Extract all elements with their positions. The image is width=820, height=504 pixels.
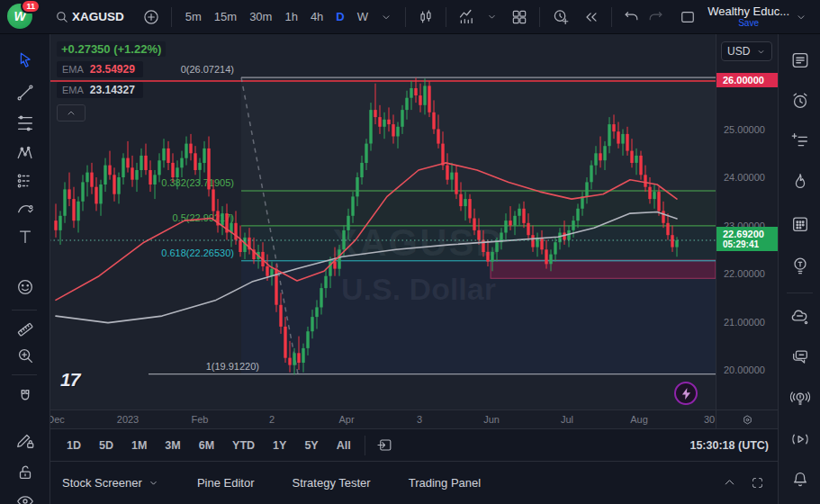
flash-badge[interactable] bbox=[674, 382, 698, 405]
range-3m[interactable]: 3M bbox=[158, 436, 186, 455]
range-5y[interactable]: 5Y bbox=[298, 436, 324, 455]
alert-price-label[interactable]: 26.00000 bbox=[716, 73, 779, 87]
range-5d[interactable]: 5D bbox=[93, 436, 120, 455]
range-ytd[interactable]: YTD bbox=[226, 436, 261, 455]
range-1d[interactable]: 1D bbox=[60, 436, 87, 455]
time-tick: Aug bbox=[630, 414, 648, 425]
maximize-panel-button[interactable] bbox=[750, 475, 765, 490]
cursor-tool[interactable] bbox=[15, 50, 35, 70]
sidebar-item-hotlists[interactable] bbox=[790, 172, 810, 192]
forecast-tool[interactable] bbox=[15, 171, 35, 191]
legend-collapse-button[interactable] bbox=[57, 104, 86, 122]
range-1m[interactable]: 1M bbox=[125, 436, 153, 455]
go-to-date-button[interactable] bbox=[373, 432, 397, 459]
currency-dropdown[interactable]: USD bbox=[721, 41, 772, 61]
measure-tool[interactable] bbox=[15, 320, 35, 339]
chevron-down-icon bbox=[380, 11, 392, 23]
redo-button[interactable] bbox=[644, 4, 668, 31]
axis-settings-corner[interactable] bbox=[716, 410, 779, 429]
zoom-in-tool[interactable] bbox=[15, 346, 35, 365]
layout-square-button[interactable] bbox=[675, 4, 700, 31]
pattern-tool[interactable] bbox=[15, 143, 35, 163]
bar-replay-button[interactable] bbox=[579, 4, 604, 31]
sidebar-item-notifications[interactable] bbox=[790, 470, 810, 490]
search-icon bbox=[54, 9, 70, 25]
drawing-mode-tool[interactable] bbox=[15, 430, 35, 450]
sidebar-item-chats[interactable] bbox=[790, 347, 810, 367]
brush-tool[interactable] bbox=[15, 199, 35, 219]
emoji-tool[interactable] bbox=[15, 277, 35, 297]
app-logo[interactable]: W 11 bbox=[7, 4, 34, 31]
timeframe-1h[interactable]: 1h bbox=[278, 4, 303, 31]
trend-line-tool[interactable] bbox=[15, 83, 35, 103]
timeframe-15m[interactable]: 15m bbox=[208, 4, 243, 31]
sidebar-item-alerts[interactable] bbox=[790, 91, 810, 111]
flame-icon bbox=[790, 172, 810, 192]
sidebar-item-watchlist[interactable] bbox=[790, 50, 810, 70]
text-tool[interactable] bbox=[15, 227, 35, 247]
indicators-menu-button[interactable] bbox=[480, 4, 503, 31]
sidebar-item-streams[interactable] bbox=[789, 429, 810, 450]
tradingview-logo-watermark[interactable]: 17 bbox=[60, 369, 79, 391]
tab-label: Trading Panel bbox=[409, 476, 481, 490]
fib-band bbox=[241, 77, 716, 191]
undo-icon bbox=[623, 8, 640, 25]
tab-label: Strategy Tester bbox=[292, 476, 370, 490]
chart-pane[interactable]: XAGUSD U.S. Dollar 0(26.07214)0.382(23.7… bbox=[50, 34, 716, 410]
fib-label: 1(19.91220) bbox=[206, 361, 259, 372]
ema-fast-row[interactable]: EMA 23.54929 bbox=[57, 61, 143, 77]
sidebar-item-calendar[interactable] bbox=[790, 214, 810, 234]
symbol-name: XAGUSD bbox=[72, 10, 124, 23]
range-1y[interactable]: 1Y bbox=[266, 436, 293, 455]
timeframe-4h[interactable]: 4h bbox=[304, 4, 329, 31]
timeframe-menu-button[interactable] bbox=[374, 4, 398, 31]
range-6m[interactable]: 6M bbox=[193, 436, 221, 455]
tab-strategy-tester[interactable]: Strategy Tester bbox=[292, 476, 370, 490]
fib-retracement-tool[interactable] bbox=[15, 113, 35, 133]
symbol-search-button[interactable]: XAGUSD bbox=[50, 4, 128, 31]
supply-zone[interactable] bbox=[491, 260, 716, 278]
ema-slow-row[interactable]: EMA 23.14327 bbox=[57, 82, 143, 98]
time-axis[interactable]: Dec2023Feb2Apr3JunJulAug30 bbox=[50, 410, 716, 429]
tab-label: Pine Editor bbox=[197, 476, 255, 490]
tab-trading-panel[interactable]: Trading Panel bbox=[409, 476, 481, 490]
tab-pine-editor[interactable]: Pine Editor bbox=[197, 476, 255, 490]
timeframe-30m[interactable]: 30m bbox=[243, 4, 278, 31]
lock-all-drawings-tool[interactable] bbox=[15, 463, 35, 482]
sidebar-item-minds[interactable] bbox=[789, 307, 810, 328]
utc-clock[interactable]: 15:30:18 (UTC) bbox=[689, 439, 770, 452]
expand-panel-button[interactable] bbox=[722, 475, 737, 490]
price-axis[interactable]: USD 25.0000024.0000023.0000022.0000021.0… bbox=[716, 34, 779, 410]
chart-style-button[interactable] bbox=[413, 4, 438, 31]
chevron-down-icon bbox=[148, 477, 159, 489]
sidebar-item-ideas[interactable] bbox=[790, 256, 810, 275]
compare-add-button[interactable] bbox=[139, 4, 164, 31]
create-alert-button[interactable] bbox=[547, 4, 573, 31]
last-price-label[interactable]: 22.6920005:29:41 bbox=[716, 227, 779, 251]
alarm-clock-icon bbox=[790, 91, 810, 111]
replay-rewind-icon bbox=[582, 8, 600, 26]
timeframe-W[interactable]: W bbox=[351, 4, 374, 31]
chart-legend: +0.27350 (+1.22%) EMA 23.54929 EMA 23.14… bbox=[57, 41, 166, 122]
save-layout-link[interactable]: Save bbox=[738, 17, 759, 29]
timeframe-D[interactable]: D bbox=[329, 4, 350, 31]
range-all[interactable]: All bbox=[330, 436, 357, 455]
layout-name-block[interactable]: Wealthy Educ... Save bbox=[707, 5, 789, 29]
sidebar-item-live-ideas[interactable] bbox=[789, 388, 810, 409]
magnet-tool[interactable] bbox=[15, 387, 35, 407]
divider bbox=[446, 7, 446, 27]
lock-open-icon bbox=[15, 463, 35, 482]
undo-button[interactable] bbox=[619, 4, 644, 31]
indicators-button[interactable] bbox=[454, 4, 480, 31]
layout-grid-button[interactable] bbox=[507, 4, 532, 31]
layout-menu-button[interactable] bbox=[789, 4, 813, 31]
hide-all-drawings-tool[interactable] bbox=[15, 491, 35, 504]
tab-stock-screener[interactable]: Stock Screener bbox=[62, 476, 159, 490]
cursor-icon bbox=[15, 50, 35, 70]
sidebar-item-notes[interactable] bbox=[790, 131, 810, 151]
bar-countdown: 05:29:41 bbox=[723, 239, 779, 249]
time-tick: 2023 bbox=[117, 414, 139, 425]
price-tick: 20.00000 bbox=[724, 364, 765, 375]
timeframe-5m[interactable]: 5m bbox=[179, 4, 208, 31]
divider bbox=[365, 436, 365, 455]
